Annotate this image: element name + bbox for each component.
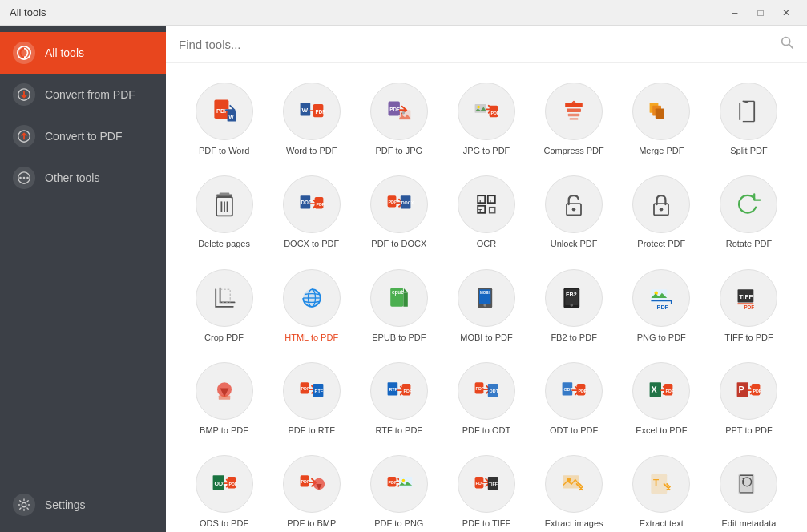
fb2-to-pdf-icon-circle: FB2 [545,269,603,327]
svg-text:X: X [652,385,658,394]
tool-docx-to-pdf[interactable]: DOCX PDF DOCX to PDF [269,169,353,256]
search-input[interactable] [179,38,773,51]
title-bar-controls: – □ ✕ [724,4,797,22]
extract-text-label: Extract text [640,518,684,529]
svg-rect-28 [570,118,579,120]
png-to-pdf-icon-circle: PDF [632,269,690,327]
svg-text:MOBI: MOBI [480,290,490,294]
fb2-to-pdf-label: FB2 to PDF [551,332,596,343]
merge-pdf-label: Merge PDF [639,145,684,156]
tool-pdf-to-rtf[interactable]: PDF RTF PDF to RTF [269,356,353,442]
tool-extract-images[interactable]: Extract images [532,449,616,532]
ocr-icon-circle: T T T [458,175,515,233]
tool-png-to-pdf[interactable]: PDF PNG to PDF [619,263,704,349]
svg-rect-83 [218,395,229,399]
svg-text:W: W [228,115,233,120]
tool-fb2-to-pdf[interactable]: FB2 FB2 to PDF [532,263,616,349]
svg-text:FB2: FB2 [566,291,577,298]
tool-odt-to-pdf[interactable]: ODT PDF ODT to PDF [532,356,616,442]
tool-delete-pages[interactable]: Delete pages [182,169,266,256]
ods-to-pdf-icon-circle: ODS PDF [196,455,253,513]
mobi-to-pdf-icon-circle: MOBI [458,269,515,327]
tool-tiff-to-pdf[interactable]: TIFF PDF TIFF to PDF [707,263,791,349]
tool-pdf-to-tiff[interactable]: PDF TIFF PDF to TIFF [444,449,528,532]
tool-rotate-pdf[interactable]: Rotate PDF [707,169,791,256]
pdf-to-rtf-label: PDF to RTF [288,425,334,436]
tool-compress-pdf[interactable]: Compress PDF [532,76,616,163]
tool-protect-pdf[interactable]: Protect PDF [619,169,704,256]
title-bar-text: All tools [10,6,724,18]
sidebar-item-convert-to-pdf[interactable]: Convert to PDF [0,115,166,157]
svg-rect-25 [565,103,583,107]
svg-text:RTF: RTF [389,387,397,392]
tool-excel-to-pdf[interactable]: X PDF Excel to PDF [619,356,704,442]
ppt-to-pdf-label: PPT to PDF [725,425,772,436]
tool-word-to-pdf[interactable]: W PDF Word to PDF [269,76,353,163]
tool-epub-to-pdf[interactable]: epub EPUB to PDF [357,263,441,349]
main-content: PDF W PDF to Word W PDF [166,26,807,532]
svg-text:PDF: PDF [301,386,309,391]
svg-text:ODT: ODT [490,389,499,393]
tool-extract-text[interactable]: T Extract text [619,449,704,532]
tool-split-pdf[interactable]: Split PDF [707,76,791,163]
tiff-to-pdf-icon-circle: TIFF PDF [720,269,777,327]
mobi-to-pdf-label: MOBI to PDF [460,332,512,343]
svg-point-7 [22,502,26,506]
svg-text:PDF: PDF [228,482,237,486]
svg-text:PDF: PDF [666,389,675,393]
pdf-to-jpg-icon-circle: PDF [370,83,428,140]
tool-ods-to-pdf[interactable]: ODS PDF ODS to PDF [182,449,266,532]
odt-to-pdf-label: ODT to PDF [550,425,598,436]
sidebar-item-all-tools[interactable]: All tools [0,32,166,74]
svg-rect-127 [739,474,755,494]
svg-point-59 [572,208,576,212]
unlock-pdf-label: Unlock PDF [551,238,598,249]
sidebar-item-convert-from-pdf[interactable]: Convert from PDF [0,74,166,115]
tool-ppt-to-pdf[interactable]: P PDF PPT to PDF [707,356,791,442]
svg-point-75 [571,304,574,307]
maximize-button[interactable]: □ [749,4,772,22]
rtf-to-pdf-label: RTF to PDF [376,425,422,436]
sidebar-item-other-tools[interactable]: Other tools [0,157,166,199]
epub-to-pdf-icon-circle: epub [370,269,428,327]
pdf-to-odt-icon-circle: PDF ODT [458,362,515,420]
convert-to-pdf-label: Convert to PDF [45,130,122,143]
svg-point-5 [23,177,26,179]
delete-pages-label: Delete pages [198,238,250,249]
tool-pdf-to-word[interactable]: PDF W PDF to Word [182,76,266,163]
tool-pdf-to-docx[interactable]: PDF DOCX PDF to DOCX [357,169,441,256]
svg-text:PDF: PDF [301,479,309,484]
all-tools-icon [13,42,35,64]
svg-rect-57 [490,208,495,213]
svg-text:T: T [653,477,660,487]
tool-rtf-to-pdf[interactable]: RTF PDF RTF to PDF [357,356,441,442]
bmp-to-pdf-icon-circle [196,362,253,420]
minimize-button[interactable]: – [724,4,746,22]
tool-pdf-to-odt[interactable]: PDF ODT PDF to ODT [444,356,528,442]
tool-jpg-to-pdf[interactable]: PDF JPG to PDF [444,76,528,163]
convert-from-pdf-icon [13,83,35,106]
tool-html-to-pdf[interactable]: HTML to PDF [269,263,353,349]
protect-pdf-label: Protect PDF [637,238,685,249]
search-bar [166,26,807,63]
tool-edit-metadata[interactable]: i Edit metadata [707,449,791,532]
tool-pdf-to-jpg[interactable]: PDF PDF to JPG [357,76,441,163]
tool-pdf-to-png[interactable]: PDF PDF to PNG [357,449,441,532]
split-pdf-label: Split PDF [730,145,767,156]
tool-unlock-pdf[interactable]: Unlock PDF [532,169,616,256]
word-to-pdf-icon-circle: W PDF [283,83,341,140]
close-button[interactable]: ✕ [775,4,797,22]
sidebar-item-settings[interactable]: Settings [0,484,166,526]
pdf-to-odt-label: PDF to ODT [462,425,511,436]
docx-to-pdf-icon-circle: DOCX PDF [283,175,341,233]
split-pdf-icon-circle [720,83,777,140]
tool-pdf-to-bmp[interactable]: PDF PDF to BMP [269,449,353,532]
ods-to-pdf-label: ODS to PDF [200,518,248,529]
tool-ocr[interactable]: T T T OCR [444,169,528,256]
tool-crop-pdf[interactable]: Crop PDF [182,263,266,349]
tool-merge-pdf[interactable]: Merge PDF [619,76,704,163]
pdf-to-docx-icon-circle: PDF DOCX [370,175,428,233]
tool-bmp-to-pdf[interactable]: BMP to PDF [182,356,266,442]
tool-mobi-to-pdf[interactable]: MOBI MOBI to PDF [444,263,528,349]
edit-metadata-label: Edit metadata [721,518,776,529]
